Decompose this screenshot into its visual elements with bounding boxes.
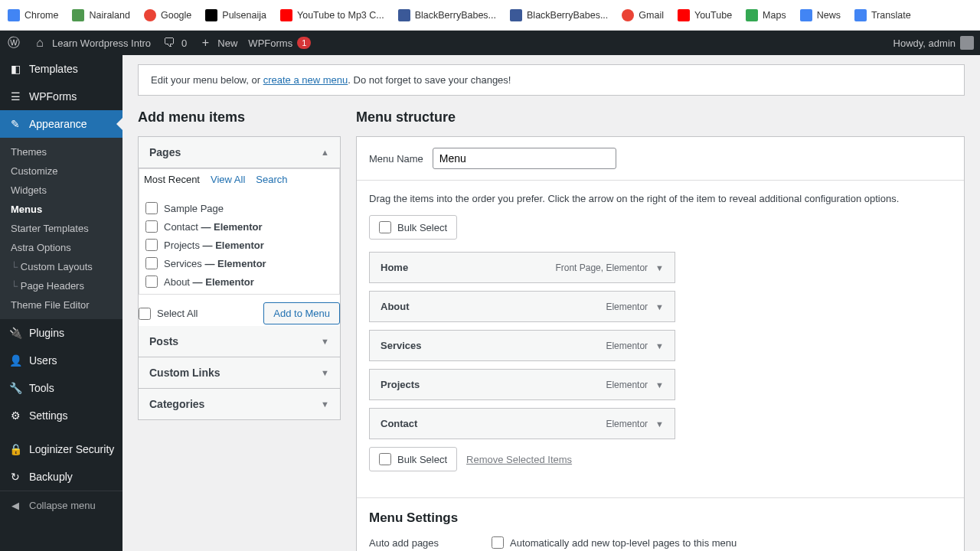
submenu-widgets[interactable]: Widgets [0,181,122,200]
shield-icon: 🔒 [8,442,23,457]
new-content-link[interactable]: +New [198,35,237,51]
menu-settings-section: Menu Settings Auto add pages Automatical… [357,497,964,551]
sidebar-item-appearance[interactable]: ✎Appearance [0,110,122,138]
submenu-astra-options[interactable]: Astra Options [0,238,122,257]
page-checkbox[interactable] [145,257,158,269]
plugin-icon: 🔌 [8,325,23,341]
auto-add-checkbox[interactable] [492,536,504,549]
sidebar-item-settings[interactable]: ⚙Settings [0,402,122,429]
sidebar-item-loginizer[interactable]: 🔒Loginizer Security [0,435,122,463]
bookmark-item[interactable]: Nairaland [72,9,130,21]
submenu-page-headers[interactable]: └ Page Headers [0,276,122,295]
bookmark-item[interactable]: YouTube [678,9,732,21]
bookmark-item[interactable]: Google [144,9,191,21]
brush-icon: ✎ [8,116,23,132]
submenu-custom-layouts[interactable]: └ Custom Layouts [0,257,122,276]
bookmark-item[interactable]: YouTube to Mp3 C... [280,9,384,21]
add-to-menu-button[interactable]: Add to Menu [263,302,340,324]
page-checkbox-row[interactable]: Sample Page [145,199,333,217]
bookmark-item[interactable]: News [800,9,841,21]
menu-item[interactable]: Services Elementor▼ [369,330,675,361]
page-checkbox-row[interactable]: Projects — Elementor [145,236,333,254]
chevron-down-icon: ▼ [321,368,329,377]
wpforms-link[interactable]: WPForms1 [248,37,311,49]
sidebar-item-backuply[interactable]: ↻Backuply [0,463,122,491]
menu-item[interactable]: Contact Elementor▼ [369,408,675,439]
chevron-down-icon[interactable]: ▼ [655,302,664,311]
accordion-categories-header[interactable]: Categories▼ [139,389,340,419]
wpforms-badge: 1 [297,37,311,49]
bulk-select-bottom[interactable]: Bulk Select [369,447,457,471]
bookmark-item[interactable]: BlackBerryBabes... [398,9,496,21]
templates-icon: ◧ [8,61,23,77]
menu-item[interactable]: Projects Elementor▼ [369,369,675,400]
comments-link[interactable]: 🗨0 [162,35,187,51]
submenu-theme-file-editor[interactable]: Theme File Editor [0,295,122,315]
sidebar-item-users[interactable]: 👤Users [0,347,122,374]
sidebar-item-wpforms[interactable]: ☰WPForms [0,83,122,110]
sidebar-item-plugins[interactable]: 🔌Plugins [0,319,122,347]
menu-name-label: Menu Name [369,153,423,165]
auto-add-label: Auto add pages [369,537,492,549]
bookmark-item[interactable]: Gmail [622,9,664,21]
avatar [960,36,974,50]
menu-name-input[interactable] [433,148,616,169]
chevron-down-icon[interactable]: ▼ [655,263,664,272]
settings-icon: ⚙ [8,408,23,423]
page-checkbox-row[interactable]: Contact — Elementor [145,217,333,236]
howdy-link[interactable]: Howdy, admin [893,36,974,50]
wp-logo-icon[interactable]: ⓦ [6,35,21,51]
tab-search[interactable]: Search [256,174,287,185]
comment-icon: 🗨 [162,35,177,51]
collapse-menu-button[interactable]: ◀Collapse menu [0,491,122,519]
accordion-custom-links-header[interactable]: Custom Links▼ [139,357,340,389]
create-new-menu-link[interactable]: create a new menu [263,74,348,86]
collapse-icon: ◀ [8,497,23,513]
sidebar-item-tools[interactable]: 🔧Tools [0,374,122,402]
add-items-accordion: Pages▲ Most Recent View All Search Sampl… [138,136,341,420]
page-checkbox[interactable] [145,276,158,288]
wpforms-icon: ☰ [8,89,23,104]
select-all-checkbox[interactable]: Select All [139,305,198,323]
menu-item[interactable]: Home Front Page, Elementor▼ [369,252,675,283]
accordion-pages-header[interactable]: Pages▲ [139,137,340,168]
bookmark-item[interactable]: Translate [854,9,911,21]
submenu-themes[interactable]: Themes [0,142,122,161]
page-checkbox-row[interactable]: About — Elementor [145,272,333,291]
chevron-down-icon: ▼ [321,399,329,409]
accordion-posts-header[interactable]: Posts▼ [139,326,340,357]
users-icon: 👤 [8,353,23,368]
menu-item[interactable]: About Elementor▼ [369,291,675,322]
remove-selected-link[interactable]: Remove Selected Items [466,454,572,465]
bulk-select-top[interactable]: Bulk Select [369,215,457,240]
submenu-starter-templates[interactable]: Starter Templates [0,219,122,238]
page-checkbox[interactable] [145,239,158,251]
bookmark-item[interactable]: Maps [746,9,786,21]
tab-view-all[interactable]: View All [211,174,245,185]
tab-most-recent[interactable]: Most Recent [144,174,200,185]
chevron-down-icon[interactable]: ▼ [655,380,664,390]
bookmark-item[interactable]: Chrome [8,9,58,21]
page-checkbox[interactable] [145,202,158,214]
menu-settings-title: Menu Settings [369,510,952,526]
appearance-submenu: Themes Customize Widgets Menus Starter T… [0,138,122,319]
submenu-menus[interactable]: Menus [0,200,122,219]
pages-checklist: Sample Page Contact — Elementor Projects… [139,193,340,295]
menu-structure-box: Menu Name Drag the items into the order … [356,136,965,551]
plus-icon: + [198,35,213,51]
chevron-down-icon[interactable]: ▼ [655,419,664,429]
chevron-down-icon[interactable]: ▼ [655,341,664,350]
content-area: Edit your menu below, or create a new me… [122,55,980,551]
site-name-link[interactable]: ⌂Learn Wordpress Intro [32,35,151,51]
submenu-customize[interactable]: Customize [0,161,122,181]
bookmark-item[interactable]: Pulsenaija [205,9,266,21]
sidebar-item-templates[interactable]: ◧Templates [0,55,122,83]
admin-sidebar: ◧Templates ☰WPForms ✎Appearance Themes C… [0,55,122,551]
edit-notice: Edit your menu below, or create a new me… [138,64,965,96]
page-checkbox[interactable] [145,220,158,233]
backup-icon: ↻ [8,469,23,484]
bookmark-item[interactable]: BlackBerryBabes... [510,9,608,21]
page-checkbox-row[interactable]: Services — Elementor [145,254,333,272]
chevron-up-icon: ▲ [321,148,329,157]
menu-structure-title: Menu structure [356,109,965,126]
